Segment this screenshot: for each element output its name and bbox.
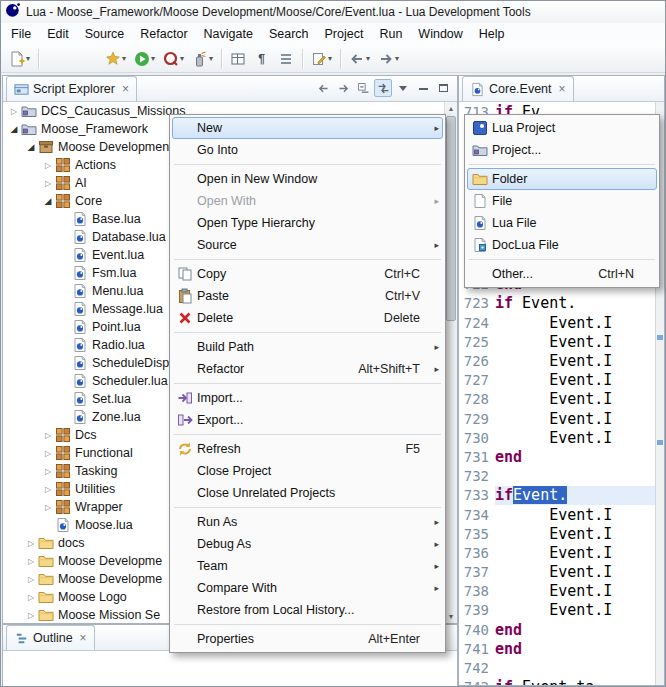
- context-menu-item-go-into[interactable]: Go Into: [172, 139, 443, 161]
- code-text[interactable]: Event.I: [495, 313, 655, 332]
- code-text[interactable]: Event.I: [495, 505, 655, 524]
- context-menu-item-compare-with[interactable]: Compare With▸: [172, 577, 443, 599]
- expand-arrow-icon[interactable]: ▷: [41, 431, 55, 440]
- context-menu-item-properties[interactable]: PropertiesAlt+Enter: [172, 628, 443, 650]
- line-number[interactable]: 736: [459, 545, 495, 561]
- expand-arrow-icon[interactable]: ▷: [41, 449, 55, 458]
- context-menu-item-run-as[interactable]: Run As▸: [172, 511, 443, 533]
- code-text[interactable]: if Event.ta: [495, 678, 655, 685]
- list-button[interactable]: [274, 47, 297, 71]
- line-number[interactable]: 725: [459, 334, 495, 350]
- line-number[interactable]: 743: [459, 679, 495, 685]
- minimize-button[interactable]: [414, 79, 432, 97]
- line-number[interactable]: 731: [459, 449, 495, 465]
- code-text[interactable]: if Event.: [495, 294, 655, 313]
- menubar-item-search[interactable]: Search: [261, 24, 317, 44]
- new-submenu-item-other[interactable]: Other...Ctrl+N: [467, 263, 657, 285]
- new-submenu-item-file[interactable]: File: [467, 190, 657, 212]
- line-number[interactable]: 739: [459, 602, 495, 618]
- code-text[interactable]: Event.I: [495, 351, 655, 370]
- code-text[interactable]: end: [495, 447, 655, 466]
- close-icon[interactable]: ×: [122, 83, 129, 95]
- line-number[interactable]: 734: [459, 507, 495, 523]
- chevron-down-icon[interactable]: ▾: [151, 54, 155, 63]
- expand-arrow-icon[interactable]: ▷: [41, 161, 55, 170]
- expand-arrow-icon[interactable]: ▷: [24, 593, 38, 602]
- context-menu-item-close-unrelated-projects[interactable]: Close Unrelated Projects: [172, 482, 443, 504]
- expand-arrow-icon[interactable]: ▷: [24, 575, 38, 584]
- line-number[interactable]: 723: [459, 295, 495, 311]
- line-number[interactable]: 742: [459, 660, 495, 676]
- menubar-item-refactor[interactable]: Refactor: [132, 24, 195, 44]
- expand-arrow-icon[interactable]: ▷: [41, 485, 55, 494]
- line-number[interactable]: 729: [459, 411, 495, 427]
- external-tools-button[interactable]: ▾: [188, 47, 216, 71]
- line-number[interactable]: 724: [459, 315, 495, 331]
- scroll-up-icon[interactable]: ▲: [445, 102, 457, 115]
- code-text[interactable]: end: [495, 639, 655, 658]
- line-number[interactable]: 741: [459, 641, 495, 657]
- occurrence-mark[interactable]: [657, 335, 663, 340]
- context-menu-item-paste[interactable]: PasteCtrl+V: [172, 285, 443, 307]
- line-number[interactable]: 727: [459, 372, 495, 388]
- code-text[interactable]: Event.I: [495, 601, 655, 620]
- code-text[interactable]: Event.I: [495, 543, 655, 562]
- chevron-down-icon[interactable]: ▾: [209, 54, 213, 63]
- view-menu-button[interactable]: [394, 79, 412, 97]
- context-menu-item-export[interactable]: Export...: [172, 409, 443, 431]
- tab-script-explorer[interactable]: Script Explorer ×: [6, 76, 137, 101]
- expand-arrow-icon[interactable]: ▷: [41, 503, 55, 512]
- context-menu-item-delete[interactable]: DeleteDelete: [172, 307, 443, 329]
- context-menu-item-copy[interactable]: CopyCtrl+C: [172, 263, 443, 285]
- context-menu-item-close-project[interactable]: Close Project: [172, 460, 443, 482]
- tab-core-event[interactable]: Core.Event ×: [462, 76, 574, 101]
- context-menu-item-build-path[interactable]: Build Path▸: [172, 336, 443, 358]
- expand-arrow-icon[interactable]: ▷: [41, 467, 55, 476]
- close-icon[interactable]: ×: [80, 632, 87, 644]
- new-submenu-item-doclua-file[interactable]: DocLua File: [467, 234, 657, 256]
- coverage-button[interactable]: ▾: [159, 47, 187, 71]
- expand-arrow-icon[interactable]: ▷: [7, 107, 21, 116]
- chevron-down-icon[interactable]: ▾: [122, 54, 126, 63]
- code-text[interactable]: [495, 467, 655, 486]
- expand-arrow-icon[interactable]: ◢: [24, 142, 38, 152]
- expand-arrow-icon[interactable]: ◢: [41, 196, 55, 206]
- line-number[interactable]: 732: [459, 468, 495, 484]
- nav-back-button[interactable]: ▾: [345, 47, 373, 71]
- line-number[interactable]: 735: [459, 526, 495, 542]
- code-text[interactable]: Event.I: [495, 371, 655, 390]
- occurrence-mark[interactable]: [657, 440, 663, 445]
- context-menu-item-refactor[interactable]: RefactorAlt+Shift+T▸: [172, 358, 443, 380]
- code-text[interactable]: Event.I: [495, 428, 655, 447]
- expand-arrow-icon[interactable]: ◢: [7, 124, 21, 134]
- code-text[interactable]: end: [495, 620, 655, 639]
- menubar-item-help[interactable]: Help: [471, 24, 513, 44]
- context-menu-item-open-in-new-window[interactable]: Open in New Window: [172, 168, 443, 190]
- line-number[interactable]: 726: [459, 353, 495, 369]
- new-submenu-item-lua-project[interactable]: Lua Project: [467, 117, 657, 139]
- menubar-item-project[interactable]: Project: [317, 24, 372, 44]
- expand-arrow-icon[interactable]: ▷: [41, 179, 55, 188]
- close-icon[interactable]: ×: [559, 83, 566, 95]
- code-text[interactable]: Event.I: [495, 582, 655, 601]
- chevron-down-icon[interactable]: ▾: [328, 54, 332, 63]
- line-number[interactable]: 737: [459, 564, 495, 580]
- context-menu-item-import[interactable]: Import...: [172, 387, 443, 409]
- link-editor-button[interactable]: [374, 79, 392, 97]
- nav-back-button[interactable]: [314, 79, 332, 97]
- code-text[interactable]: Event.I: [495, 524, 655, 543]
- menubar-item-edit[interactable]: Edit: [39, 24, 77, 44]
- code-text[interactable]: if Event.: [495, 486, 655, 505]
- line-number[interactable]: 740: [459, 622, 495, 638]
- annotations-button[interactable]: ▾: [307, 47, 335, 71]
- expand-arrow-icon[interactable]: ▷: [24, 539, 38, 548]
- code-text[interactable]: Event.I: [495, 409, 655, 428]
- chevron-down-icon[interactable]: ▾: [180, 54, 184, 63]
- context-menu-item-source[interactable]: Source▸: [172, 234, 443, 256]
- context-menu-item-debug-as[interactable]: Debug As▸: [172, 533, 443, 555]
- menubar-item-window[interactable]: Window: [410, 24, 470, 44]
- context-menu-item-open-type-hierarchy[interactable]: Open Type Hierarchy: [172, 212, 443, 234]
- menubar-item-source[interactable]: Source: [77, 24, 133, 44]
- code-text[interactable]: Event.I: [495, 563, 655, 582]
- grid-button[interactable]: [226, 47, 249, 71]
